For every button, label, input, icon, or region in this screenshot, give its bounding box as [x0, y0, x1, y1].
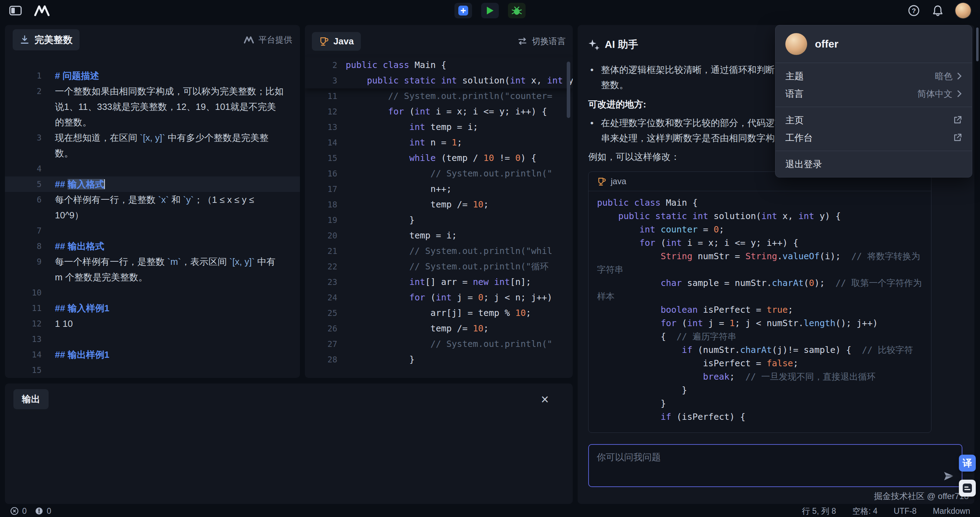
line-content: 1 10 — [41, 316, 300, 331]
code-line-20: 20 temp = i; — [305, 228, 573, 243]
ai-code-line-3: int counter = 0; — [597, 223, 923, 236]
line-content: temp /= 10; — [346, 321, 573, 336]
app-logo-icon[interactable] — [34, 5, 50, 16]
chevron-right-icon — [957, 89, 962, 98]
trophy-icon — [319, 36, 329, 46]
problem-line-3: 3现在想知道，在区间 `[x, y]` 中有多少个整数是完美整数。 — [5, 130, 300, 161]
problem-line-7: 7 — [5, 223, 300, 238]
line-number: 15 — [5, 362, 41, 378]
line-number: 10 — [5, 285, 41, 300]
line-content: } — [346, 212, 573, 228]
ai-code-line-5: String numStr = String.valueOf(i); // 将数… — [597, 250, 923, 276]
sticky-line-3: 3 public static int solution(int x, int … — [305, 73, 573, 88]
code-line-22: 22 // System.out.println("循环 — [305, 259, 573, 274]
switch-language-button[interactable]: 切换语言 — [517, 35, 566, 47]
problem-markdown-editor[interactable]: 1# 问题描述2一个整数如果由相同数字构成，可以称为完美整数；比如说1、11、3… — [5, 54, 300, 378]
menu-divider — [775, 107, 972, 107]
ai-chat-input[interactable] — [589, 445, 962, 487]
code-line-16: 16 // System.out.println(" — [305, 166, 573, 181]
code-line-11: 11 // System.out.println("counter= — [305, 88, 573, 104]
problem-line-8: 8## 输出格式 — [5, 238, 300, 254]
line-number: 2 — [305, 57, 337, 73]
menu-item-label: 工作台 — [785, 132, 813, 144]
line-content: ## 输出格式 — [41, 238, 300, 254]
line-content — [41, 285, 300, 300]
code-editor[interactable]: 11 // System.out.println("counter=12 for… — [305, 88, 573, 367]
code-line-13: 13 int temp = i; — [305, 120, 573, 135]
menu-item-语言[interactable]: 语言简体中文 — [775, 85, 972, 102]
bullet-marker: • — [588, 115, 601, 146]
ai-code-line-7: boolean isPerfect = true; — [597, 303, 923, 317]
code-line-26: 26 temp /= 10; — [305, 321, 573, 336]
menu-item-value: 简体中文 — [917, 88, 962, 100]
line-content: temp = i; — [346, 228, 573, 243]
code-line-14: 14 int n = 1; — [305, 135, 573, 150]
bell-icon[interactable] — [932, 5, 943, 16]
problem-line-13: 13 — [5, 331, 300, 347]
line-content: int n = 1; — [346, 135, 573, 150]
output-tab[interactable]: 输出 — [13, 389, 49, 409]
chevron-right-icon — [957, 72, 962, 80]
play-icon — [485, 6, 495, 16]
line-number: 17 — [305, 181, 337, 197]
code-line-21: 21 // System.out.println("whil — [305, 243, 573, 259]
send-icon[interactable] — [943, 470, 955, 482]
problem-title-badge[interactable]: 完美整数 — [13, 29, 80, 50]
output-panel: 输出 × — [5, 383, 573, 504]
line-number: 11 — [305, 88, 337, 104]
extension-button[interactable] — [959, 480, 976, 496]
code-line-25: 25 arr[j] = temp % 10; — [305, 305, 573, 321]
line-content: temp /= 10; — [346, 197, 573, 212]
ai-code-line-13: } — [597, 383, 923, 397]
panel-toggle-icon[interactable] — [9, 5, 22, 16]
line-content: // System.out.println(" — [346, 166, 573, 181]
warning-icon — [35, 506, 44, 515]
status-item[interactable]: Markdown — [933, 506, 970, 516]
run-button[interactable] — [481, 3, 499, 18]
line-content: for (int j = 0; j < n; j++) — [346, 290, 573, 305]
code-line-15: 15 while (temp / 10 != 0) { — [305, 150, 573, 166]
line-number: 11 — [5, 300, 41, 316]
status-item[interactable]: 空格: 4 — [852, 506, 878, 517]
problem-line-6: 6每个样例有一行，是整数 `x` 和 `y`；（1 ≤ x ≤ y ≤ 10^9… — [5, 192, 300, 223]
statusbar: 0 0 行 5, 列 8空格: 4UTF-8Markdown — [0, 505, 980, 517]
menu-item-value — [953, 115, 962, 124]
problem-line-2: 2一个整数如果由相同数字构成，可以称为完美整数；比如说1、11、333就是完美整… — [5, 83, 300, 130]
text-cursor — [104, 179, 105, 189]
menu-item-工作台[interactable]: 工作台 — [775, 129, 972, 147]
code-line-17: 17 n++; — [305, 181, 573, 197]
line-number: 13 — [305, 120, 337, 135]
problem-line-10: 10 — [5, 285, 300, 300]
user-avatar[interactable] — [955, 3, 971, 18]
editor-scrollbar[interactable] — [567, 62, 570, 118]
line-content: int temp = i; — [346, 120, 573, 135]
ai-chat-inputwrap — [588, 444, 963, 487]
status-item[interactable]: 行 5, 列 8 — [802, 506, 836, 517]
window-scrollbar[interactable] — [976, 27, 978, 61]
problem-title: 完美整数 — [35, 34, 73, 46]
menu-item-label: 主题 — [785, 70, 803, 82]
line-number: 21 — [305, 243, 337, 259]
ai-code-line-10: if (numStr.charAt(j)!= sample) { // 比较字符 — [597, 343, 923, 357]
line-content: while (temp / 10 != 0) { — [346, 150, 573, 166]
status-item[interactable]: UTF-8 — [894, 506, 916, 516]
menu-item-主页[interactable]: 主页 — [775, 111, 972, 129]
topbar: ? — [0, 0, 980, 21]
language-badge[interactable]: Java — [312, 32, 361, 51]
line-number: 14 — [305, 135, 337, 150]
sparkle-icon — [588, 39, 600, 50]
new-run-button[interactable] — [455, 3, 472, 18]
ai-code-block[interactable]: java public class Main { public static i… — [588, 172, 931, 433]
debug-button[interactable] — [508, 3, 525, 18]
menu-item-退出登录[interactable]: 退出登录 — [775, 155, 972, 173]
menu-item-主题[interactable]: 主题暗色 — [775, 67, 972, 85]
close-icon[interactable]: × — [541, 393, 549, 406]
line-content: 现在想知道，在区间 `[x, y]` 中有多少个整数是完美整数。 — [41, 130, 300, 161]
code-editor-panel: Java 切换语言 2public class Main {3 public s… — [305, 25, 573, 378]
error-count[interactable]: 0 — [10, 506, 27, 516]
help-icon[interactable]: ? — [907, 4, 920, 17]
provider-label: 平台提供 — [243, 34, 292, 45]
translate-button[interactable]: 译 — [959, 455, 976, 472]
warning-count[interactable]: 0 — [35, 506, 51, 516]
error-count-value: 0 — [22, 506, 27, 516]
